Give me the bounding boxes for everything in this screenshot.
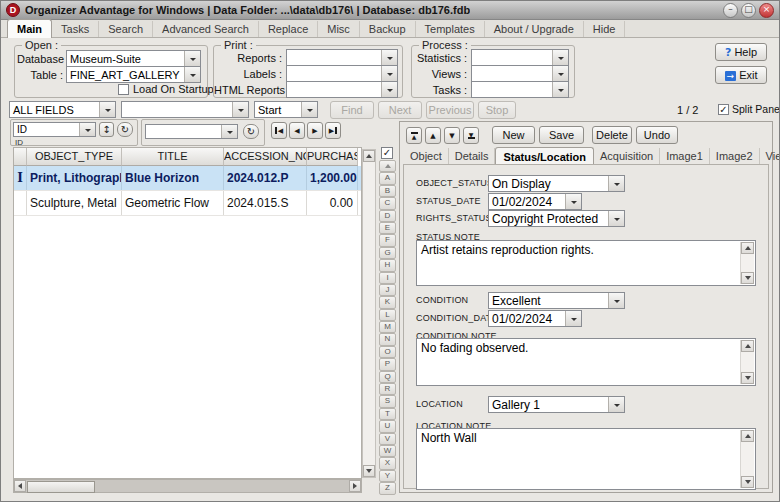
previous-record-button[interactable]: ▲ xyxy=(425,127,441,144)
chevron-down-icon[interactable] xyxy=(608,293,624,308)
alphabet-button-p[interactable]: P xyxy=(379,358,396,370)
alphabet-button-j[interactable]: J xyxy=(379,284,396,296)
chevron-down-icon[interactable] xyxy=(99,102,115,117)
scroll-up-icon[interactable] xyxy=(741,430,754,442)
scroll-right-icon[interactable] xyxy=(349,480,361,492)
note-scrollbar[interactable] xyxy=(740,430,754,488)
alphabet-button-k[interactable]: K xyxy=(379,296,396,308)
table-cell[interactable]: 2024.015.S xyxy=(224,191,307,215)
tab-search[interactable]: Search xyxy=(99,21,153,37)
chevron-down-icon[interactable] xyxy=(552,82,568,97)
detail-tab-acquisition[interactable]: Acquisition xyxy=(594,148,660,164)
table-vertical-scrollbar[interactable] xyxy=(362,149,376,478)
alphabet-button-n[interactable]: N xyxy=(379,333,396,345)
tab-tasks[interactable]: Tasks xyxy=(52,21,99,37)
chevron-down-icon[interactable] xyxy=(79,123,95,136)
column-header-accession_no[interactable]: ACCESSION_NO xyxy=(224,148,307,166)
alphabet-button-h[interactable]: H xyxy=(379,259,396,271)
chevron-down-icon[interactable] xyxy=(381,50,397,65)
alphabet-button-r[interactable]: R xyxy=(379,383,396,395)
condition-note-textarea[interactable]: No fading observed. xyxy=(416,338,756,386)
find-field-combo[interactable]: ALL FIELDS xyxy=(9,101,116,118)
alphabet-button-m[interactable]: M xyxy=(379,321,396,333)
scrollbar-thumb[interactable] xyxy=(27,481,95,493)
table-cell[interactable]: Print, Lithograph xyxy=(27,166,122,190)
scroll-left-icon[interactable] xyxy=(14,480,26,492)
alphabet-button-o[interactable]: O xyxy=(379,346,396,358)
chevron-down-icon[interactable] xyxy=(184,67,200,82)
next-record-button[interactable]: ▼ xyxy=(444,127,460,144)
sort-field-combo[interactable]: ID xyxy=(13,122,96,137)
column-header-object_type[interactable]: OBJECT_TYPE xyxy=(27,148,122,166)
database-combo[interactable]: Museum-Suite xyxy=(66,50,201,67)
stop-button[interactable]: Stop xyxy=(478,101,516,119)
help-button[interactable]: ? Help xyxy=(715,43,767,61)
alphabet-button-s[interactable]: S xyxy=(379,395,396,407)
table-row[interactable]: Sculpture, MetalGeometric Flow2024.015.S… xyxy=(14,191,361,216)
tab-replace[interactable]: Replace xyxy=(259,21,318,37)
location-combo[interactable]: Gallery 1 xyxy=(488,396,625,413)
tab-templates[interactable]: Templates xyxy=(416,21,485,37)
scroll-up-icon[interactable] xyxy=(741,340,754,352)
last-record-button[interactable]: ▼ xyxy=(463,127,479,144)
tab-misc[interactable]: Misc xyxy=(318,21,360,37)
delete-button[interactable]: Delete xyxy=(592,126,632,144)
scroll-up-icon[interactable] xyxy=(363,150,375,162)
reports-combo[interactable] xyxy=(286,49,398,66)
html-reports-combo[interactable] xyxy=(286,81,398,98)
alphabet-button-f[interactable]: F xyxy=(379,234,396,246)
chevron-down-icon[interactable] xyxy=(301,102,317,117)
chevron-down-icon[interactable] xyxy=(381,82,397,97)
rights-status-combo[interactable]: Copyright Protected xyxy=(488,210,625,227)
match-mode-combo[interactable]: Start xyxy=(254,101,318,118)
table-row[interactable]: IPrint, LithographBlue Horizon2024.012.P… xyxy=(14,166,361,191)
chevron-down-icon[interactable] xyxy=(221,125,237,138)
undo-button[interactable]: Undo xyxy=(636,126,678,144)
chevron-down-icon[interactable] xyxy=(608,397,624,412)
table-cell[interactable]: 2024.012.P xyxy=(224,166,307,190)
alphabet-button-b[interactable]: B xyxy=(379,185,396,197)
chevron-down-icon[interactable] xyxy=(608,176,624,191)
minimize-icon[interactable]: – xyxy=(723,3,738,18)
alphabet-button-c[interactable]: C xyxy=(379,197,396,209)
sort-direction-icon[interactable]: ↕ xyxy=(99,122,114,137)
alphabet-button-i[interactable]: I xyxy=(379,272,396,284)
table-cell[interactable]: Geometric Flow xyxy=(122,191,224,215)
detail-tab-view[interactable]: View xyxy=(760,148,780,164)
tab-main[interactable]: Main xyxy=(7,19,52,38)
chevron-down-icon[interactable] xyxy=(608,211,624,226)
tab-about-upgrade[interactable]: About / Upgrade xyxy=(485,21,584,37)
split-panels-checkbox[interactable]: ✓ xyxy=(718,104,729,115)
detail-tab-image2[interactable]: Image2 xyxy=(710,148,760,164)
location-note-textarea[interactable]: North Wall xyxy=(416,428,756,490)
alphabet-button-t[interactable]: T xyxy=(379,408,396,420)
new-button[interactable]: New xyxy=(492,126,535,144)
scroll-down-icon[interactable] xyxy=(363,465,375,477)
first-record-button[interactable]: ◀ xyxy=(271,122,287,139)
tasks-combo[interactable] xyxy=(471,81,569,98)
exit-button[interactable]: → Exit xyxy=(715,66,767,84)
condition-date-combo[interactable]: 01/02/2024 xyxy=(488,310,582,327)
statistics-combo[interactable] xyxy=(471,49,569,66)
alphabet-button-a[interactable]: A xyxy=(379,172,396,184)
alphabet-filter-checkbox[interactable]: ✓ xyxy=(381,147,393,159)
tab-advanced-search[interactable]: Advanced Search xyxy=(153,21,259,37)
alphabet-button-u[interactable]: U xyxy=(379,420,396,432)
detail-tab-details[interactable]: Details xyxy=(449,148,496,164)
find-search-input[interactable] xyxy=(121,101,249,118)
load-on-startup-checkbox[interactable] xyxy=(118,84,129,95)
close-icon[interactable]: × xyxy=(759,3,774,18)
note-scrollbar[interactable] xyxy=(740,340,754,384)
tab-hide[interactable]: Hide xyxy=(584,21,626,37)
column-header-title[interactable]: TITLE xyxy=(122,148,224,166)
next-button[interactable]: Next xyxy=(378,101,422,119)
chevron-down-icon[interactable] xyxy=(381,66,397,81)
chevron-down-icon[interactable] xyxy=(565,194,581,209)
refresh-icon[interactable]: ↻ xyxy=(243,124,259,139)
next-record-button[interactable]: ▶ xyxy=(307,122,323,139)
first-record-button[interactable]: ▲ xyxy=(406,127,422,144)
detail-tab-object[interactable]: Object xyxy=(404,148,449,164)
table-cell[interactable]: 1,200.00 xyxy=(307,166,358,190)
note-scrollbar[interactable] xyxy=(740,242,754,284)
scroll-down-icon[interactable] xyxy=(741,372,754,384)
